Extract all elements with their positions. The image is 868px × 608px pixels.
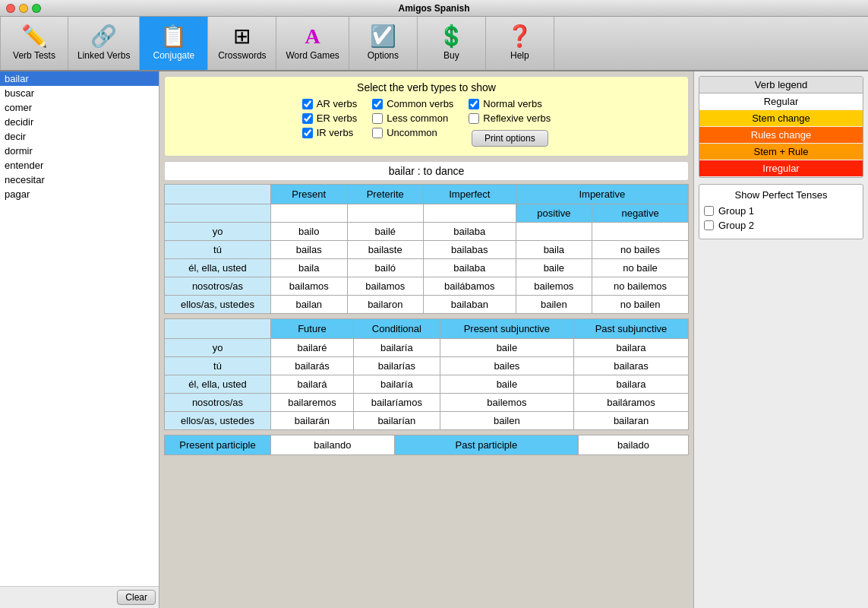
clear-button[interactable]: Clear (117, 590, 156, 605)
toolbar-crosswords[interactable]: ⊞ Crosswords (208, 17, 276, 70)
filter-less-common-label: Less common (387, 112, 448, 124)
toolbar-linked-verbs[interactable]: 🔗 Linked Verbs (68, 17, 140, 70)
filter-less-common-row[interactable]: Less common (372, 112, 453, 124)
title-bar: Amigos Spanish (0, 0, 868, 17)
tables-area[interactable]: Present Preterite Imperfect Imperative p… (159, 184, 693, 608)
verb-list-container[interactable]: bailar buscar comer decidir decir dormir… (0, 71, 159, 586)
imp-pos-el: baile (516, 259, 592, 277)
verb-item-dormir[interactable]: dormir (0, 144, 159, 158)
filter-common-checkbox[interactable] (372, 99, 383, 109)
perfect-group2-checkbox[interactable] (704, 220, 714, 230)
verb-item-bailar[interactable]: bailar (0, 71, 159, 86)
pres-subj-tu: bailes (440, 357, 573, 375)
filter-ir-row[interactable]: IR verbs (302, 127, 357, 138)
filter-normal-checkbox[interactable] (469, 99, 479, 109)
future-el: bailará (271, 375, 354, 394)
verb-item-decidir[interactable]: decidir (0, 115, 159, 129)
toolbar: ✏️ Verb Tests 🔗 Linked Verbs 📋 Conjugate… (0, 17, 868, 71)
filter-options: AR verbs ER verbs IR verbs Commo (172, 98, 680, 147)
present-yo: bailo (271, 223, 348, 241)
verb-item-comer[interactable]: comer (0, 100, 159, 115)
filter-er-checkbox[interactable] (302, 113, 313, 124)
past-subj-tu: bailaras (574, 357, 689, 375)
imp-neg-nos: no bailemos (592, 277, 689, 296)
filter-er-row[interactable]: ER verbs (302, 112, 357, 124)
subject-nos-2: nosotros/as (165, 394, 271, 412)
imperfect-ellos: bailaban (424, 296, 516, 314)
table-row: él, ella, usted baila bailó bailaba bail… (165, 259, 689, 277)
print-options-button[interactable]: Print options (472, 130, 548, 147)
present-ellos: bailan (271, 296, 348, 314)
toolbar-conjugate[interactable]: 📋 Conjugate (140, 17, 208, 70)
conjugate-icon: 📋 (160, 26, 187, 47)
imperfect-el: bailaba (424, 259, 516, 277)
filter-less-common-checkbox[interactable] (372, 113, 383, 124)
toolbar-verb-tests[interactable]: ✏️ Verb Tests (0, 17, 68, 70)
filter-reflexive-checkbox[interactable] (469, 113, 479, 124)
col-preterite: Preterite (347, 185, 424, 204)
verb-item-decir[interactable]: decir (0, 129, 159, 144)
filter-common-row[interactable]: Common verbs (372, 98, 453, 109)
filter-ir-checkbox[interactable] (302, 128, 313, 138)
col-conditional: Conditional (353, 319, 440, 339)
help-icon: ❓ (507, 26, 533, 47)
verb-item-necesitar[interactable]: necesitar (0, 173, 159, 187)
imperfect-tu: bailabas (424, 241, 516, 259)
toolbar-help[interactable]: ❓ Help (486, 17, 554, 70)
verb-item-buscar[interactable]: buscar (0, 86, 159, 100)
wordgame-icon: A (305, 26, 320, 47)
pres-subj-ellos: bailen (440, 412, 573, 430)
perfect-group1-checkbox[interactable] (704, 206, 714, 216)
close-button[interactable] (6, 4, 15, 13)
imperfect-yo: bailaba (424, 223, 516, 241)
verb-item-pagar[interactable]: pagar (0, 187, 159, 201)
imp-neg-tu: no bailes (592, 241, 689, 259)
toolbar-conjugate-label: Conjugate (153, 50, 195, 61)
app-title: Amigos Spanish (398, 3, 469, 14)
perfect-group2-row: Group 2 (704, 220, 858, 231)
col-pres-subj: Present subjunctive (440, 319, 573, 339)
link-icon: 🔗 (90, 26, 117, 47)
subject-tu-1: tú (165, 241, 271, 259)
imp-pos-tu: baila (516, 241, 592, 259)
table-row: ellos/as, ustedes bailan bailaron bailab… (165, 296, 689, 314)
filter-uncommon-row[interactable]: Uncommon (372, 127, 453, 138)
toolbar-options[interactable]: ☑️ Options (349, 17, 418, 70)
verb-display: bailar : to dance (164, 161, 689, 181)
imp-pos-yo (516, 223, 592, 241)
preterite-nos: bailamos (347, 277, 424, 296)
toolbar-options-label: Options (368, 50, 399, 61)
filter-er-label: ER verbs (317, 112, 357, 124)
filter-uncommon-checkbox[interactable] (372, 128, 383, 138)
perfect-group1-label: Group 1 (718, 205, 754, 217)
present-tu: bailas (271, 241, 348, 259)
conditional-tu: bailarías (353, 357, 440, 375)
filter-reflexive-row[interactable]: Reflexive verbs (469, 112, 551, 124)
right-panel: Verb legend Regular Stem change Rules ch… (693, 71, 868, 608)
past-participle-value: bailado (579, 435, 689, 455)
preterite-tu: bailaste (347, 241, 424, 259)
toolbar-word-games[interactable]: A Word Games (276, 17, 349, 70)
buy-icon: 💲 (438, 26, 465, 47)
maximize-button[interactable] (32, 4, 41, 13)
main-content: bailar buscar comer decidir decir dormir… (0, 71, 868, 608)
table-row: tú bailas bailaste bailabas baila no bai… (165, 241, 689, 259)
subject-ellos-1: ellos/as, ustedes (165, 296, 271, 314)
filter-ar-checkbox[interactable] (302, 99, 313, 109)
past-subj-nos: bailáramos (574, 394, 689, 412)
col-imp-negative: negative (592, 204, 689, 223)
filter-ar-row[interactable]: AR verbs (302, 98, 357, 109)
filter-col-freq: Common verbs Less common Uncommon (372, 98, 453, 147)
minimize-button[interactable] (19, 4, 28, 13)
toolbar-buy[interactable]: 💲 Buy (418, 17, 486, 70)
verb-item-entender[interactable]: entender (0, 158, 159, 173)
toolbar-verb-tests-label: Verb Tests (13, 50, 55, 61)
table-row: yo bailo bailé bailaba (165, 223, 689, 241)
preterite-el: bailó (347, 259, 424, 277)
conditional-el: bailaría (353, 375, 440, 394)
filter-normal-row[interactable]: Normal verbs (469, 98, 551, 109)
conditional-nos: bailaríamos (353, 394, 440, 412)
center-panel: Select the verb types to show AR verbs E… (159, 71, 693, 608)
past-participle-label: Past participle (394, 435, 579, 455)
verb-list: bailar buscar comer decidir decir dormir… (0, 71, 159, 201)
